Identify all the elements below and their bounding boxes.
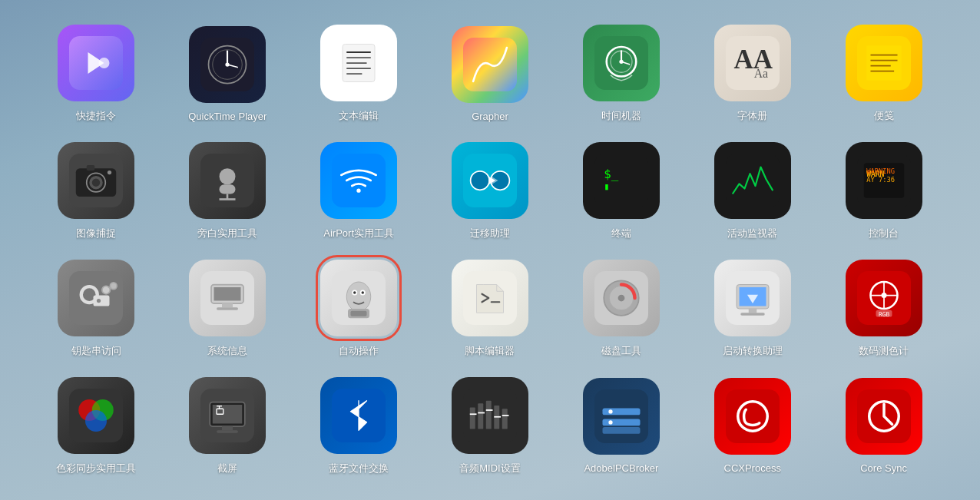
app-icon-textedit (320, 25, 397, 101)
svg-point-44 (357, 189, 361, 193)
svg-point-124 (608, 409, 612, 413)
svg-point-46 (471, 171, 490, 190)
app-label-console: 控制台 (869, 227, 899, 240)
svg-rect-112 (486, 400, 492, 429)
app-icon-activitymonitor (714, 142, 791, 219)
svg-rect-103 (222, 426, 233, 430)
app-item-migration[interactable]: 迁移助理 (425, 133, 556, 250)
svg-rect-48 (594, 154, 648, 207)
svg-rect-122 (602, 419, 640, 426)
app-item-automator[interactable]: 自动操作 (293, 250, 425, 368)
svg-rect-36 (87, 165, 95, 171)
svg-rect-68 (222, 303, 233, 307)
app-icon-voiceover (189, 142, 266, 219)
app-icon-imagecapture (58, 142, 134, 219)
app-icon-grapher (452, 26, 528, 103)
app-item-grapher[interactable]: Grapher (425, 15, 556, 133)
app-icon-fontbook: AAAa (714, 25, 791, 101)
app-icon-scripteditor (452, 260, 528, 336)
app-label-digitalcolor: 数码测色计 (859, 344, 909, 358)
svg-rect-123 (602, 427, 640, 434)
app-grid: 快捷指令QuickTime Player文本编辑Grapher时间机器AAAa字… (31, 15, 949, 485)
app-item-shortcuts[interactable]: 快捷指令 (31, 15, 162, 133)
launchpad: 快捷指令QuickTime Player文本编辑Grapher时间机器AAAa字… (0, 0, 980, 500)
svg-rect-114 (502, 409, 508, 429)
svg-point-75 (362, 291, 365, 294)
svg-text:WARNING: WARNING (866, 167, 895, 175)
app-item-diskutil[interactable]: 磁盘工具 (555, 250, 687, 368)
app-label-diskutil: 磁盘工具 (601, 344, 641, 358)
app-label-quicktime: QuickTime Player (188, 111, 267, 122)
app-icon-ccxprocess (714, 378, 791, 455)
app-label-bootcamp: 启动转换助理 (723, 344, 783, 358)
app-icon-sysinfo (189, 260, 266, 336)
app-label-colorsync: 色彩同步实用工具 (56, 462, 136, 475)
app-item-fontbook[interactable]: AAAa字体册 (687, 15, 818, 133)
app-label-migration: 迁移助理 (470, 227, 510, 240)
app-item-sysinfo[interactable]: 系统信息 (162, 250, 293, 368)
app-icon-timemachine (583, 25, 660, 101)
app-icon-bluetooth (320, 377, 397, 454)
app-icon-keychain (58, 260, 134, 336)
app-item-voiceover[interactable]: 旁白实用工具 (162, 133, 293, 250)
app-item-adobepcbroker[interactable]: AdobelPCBroker (555, 367, 687, 485)
svg-point-125 (608, 420, 612, 424)
svg-rect-88 (740, 313, 765, 316)
app-icon-migration (452, 142, 528, 219)
svg-point-35 (92, 179, 101, 187)
app-icon-adobepcbroker (583, 378, 660, 455)
app-item-textedit[interactable]: 文本编辑 (293, 15, 425, 133)
app-icon-digitalcolor: RGB (846, 260, 922, 336)
app-label-keychain: 钥匙串访问 (71, 344, 121, 358)
app-item-screenshot[interactable]: 截屏 (162, 367, 293, 485)
app-icon-quicktime (189, 26, 266, 103)
app-item-quicktime[interactable]: QuickTime Player (162, 15, 293, 133)
app-item-keychain[interactable]: 钥匙串访问 (31, 250, 162, 368)
svg-rect-111 (478, 403, 483, 429)
app-item-scripteditor[interactable]: 脚本编辑器 (425, 250, 556, 368)
svg-point-74 (353, 291, 356, 294)
app-label-screenshot: 截屏 (217, 462, 237, 475)
app-icon-airport (320, 142, 397, 219)
svg-text:Aa: Aa (753, 68, 767, 81)
app-item-airport[interactable]: AirPort实用工具 (293, 133, 425, 250)
app-icon-screenshot (189, 377, 266, 454)
app-item-ccxprocess[interactable]: CCXProcess (687, 367, 818, 485)
app-item-activitymonitor[interactable]: 活动监视器 (687, 133, 818, 250)
app-icon-stickies (846, 25, 922, 101)
svg-rect-77 (351, 311, 367, 316)
app-item-bootcamp[interactable]: 启动转换助理 (687, 250, 818, 368)
app-item-coresync[interactable]: Core Sync (818, 367, 949, 485)
svg-rect-69 (217, 307, 238, 310)
svg-rect-121 (602, 409, 640, 416)
app-item-digitalcolor[interactable]: RGB数码测色计 (818, 250, 949, 368)
app-label-shortcuts: 快捷指令 (76, 109, 116, 123)
app-item-console[interactable]: WARNWARNWARNINGAY 7:36控制台 (818, 133, 949, 250)
app-item-terminal[interactable]: $_▮终端 (555, 133, 687, 250)
svg-rect-120 (594, 389, 648, 443)
app-label-textedit: 文本编辑 (339, 109, 379, 123)
app-label-activitymonitor: 活动监视器 (727, 227, 777, 240)
svg-point-39 (220, 168, 236, 184)
app-label-bluetooth: 蓝牙文件交换 (329, 462, 389, 475)
app-icon-colorsync (58, 377, 134, 454)
app-label-timemachine: 时间机器 (601, 109, 641, 123)
app-item-timemachine[interactable]: 时间机器 (555, 15, 687, 133)
app-icon-bootcamp (714, 260, 791, 336)
app-label-imagecapture: 图像捕捉 (76, 227, 116, 240)
svg-point-21 (619, 60, 623, 64)
svg-rect-104 (217, 430, 238, 433)
app-icon-diskutil (583, 260, 660, 336)
app-label-ccxprocess: CCXProcess (724, 462, 781, 474)
svg-point-1 (99, 58, 110, 68)
app-item-colorsync[interactable]: 色彩同步实用工具 (31, 367, 162, 485)
app-item-imagecapture[interactable]: 图像捕捉 (31, 133, 162, 250)
app-item-stickies[interactable]: 便笺 (818, 15, 949, 133)
app-item-audiomidi[interactable]: 音频MIDI设置 (425, 367, 556, 485)
app-label-terminal: 终端 (611, 227, 631, 240)
svg-text:▮: ▮ (604, 181, 609, 192)
app-label-audiomidi: 音频MIDI设置 (459, 462, 520, 475)
svg-text:$_: $_ (604, 167, 618, 181)
app-label-fontbook: 字体册 (737, 109, 767, 123)
app-item-bluetooth[interactable]: 蓝牙文件交换 (293, 367, 425, 485)
